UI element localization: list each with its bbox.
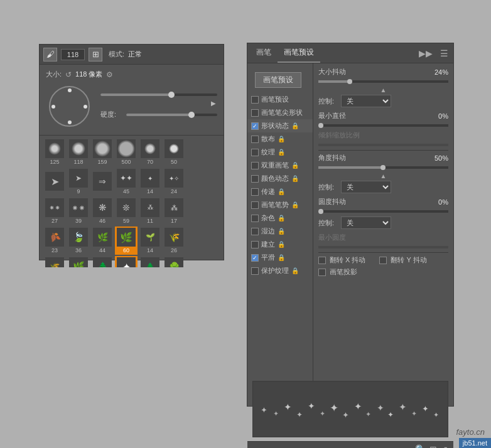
checkbox-transfer[interactable] [251,188,259,196]
bottom-arrow-icon[interactable]: ↗ [441,444,448,448]
flip-x-checkbox[interactable] [318,257,326,264]
list-item-tip-shape[interactable]: 画笔笔尖形状 [247,106,313,119]
brush-item[interactable]: ⁂ 11 [139,197,161,225]
refresh-icon[interactable]: ↺ [65,70,72,79]
preset-btn-wrap: 画笔预设 [247,66,313,93]
size-jitter-thumb[interactable] [347,79,352,84]
brush-item[interactable]: ⇒ [91,171,114,193]
checkbox-wet-edges[interactable] [251,228,259,235]
checkbox-preset[interactable] [251,96,259,104]
roundness-thumb[interactable] [318,209,323,214]
bottom-search-icon[interactable]: 🔍 [415,444,426,448]
brush-item[interactable]: ✦ 14 [139,168,161,196]
list-item-preset[interactable]: 画笔预设 [247,93,313,106]
brush-item[interactable]: ❋ 46 [91,197,114,225]
brush-item[interactable]: ⁕⁕ 39 [67,197,90,225]
brush-item[interactable]: ✦✦ 45 [115,168,138,196]
gear-icon[interactable]: ⚙ [106,70,113,79]
flip-y-checkbox[interactable] [379,257,387,264]
brush-item[interactable]: ⁂ 17 [163,197,185,225]
brush-thumb [117,139,136,158]
brush-thumb: ⁕⁕ [45,198,64,217]
brush-item[interactable]: 🌳 134 [163,256,185,267]
hardness-slider-thumb[interactable] [188,112,195,118]
tilt-scale-slider[interactable] [318,144,448,146]
control3-select[interactable]: 关 [341,216,391,229]
angle-jitter-slider[interactable] [318,166,448,169]
brush-options-icon[interactable]: ⊞ [89,48,102,61]
brush-item[interactable]: ➤ [43,171,66,193]
checkbox-texture[interactable] [251,149,259,156]
brush-tool-icon[interactable]: 🖌 [43,48,57,61]
checkbox-smooth[interactable] [251,254,259,262]
brush-item[interactable]: 🌾 26 [163,227,185,255]
size-slider-thumb[interactable] [168,92,175,98]
size-slider-track[interactable] [100,93,217,96]
preset-button[interactable]: 画笔预设 [255,72,301,88]
list-item-build-up[interactable]: 建立 🔒 [247,238,313,251]
brush-item[interactable]: 125 [43,138,66,166]
list-item-color-dynamics[interactable]: 颜色动态 🔒 [247,172,313,185]
brush-item[interactable]: 500 [115,138,138,166]
brush-item[interactable]: ✦✧ 24 [163,168,185,196]
min-roundness-slider[interactable] [318,246,448,248]
tab-brush[interactable]: 画笔 [250,43,278,63]
control3-row: 控制: 关 [318,216,448,229]
brush-num: 118 [73,159,83,165]
brush-item[interactable]: 🌿 42 [67,256,90,267]
brush-item[interactable]: 🌱 14 [139,227,161,255]
brush-projection-checkbox[interactable] [318,269,326,276]
tab-menu-icon[interactable]: ☰ [438,47,451,60]
angle-jitter-thumb[interactable] [380,165,386,170]
list-item-brush-pose[interactable]: 画笔笔势 🔒 [247,198,313,211]
brush-item[interactable]: 🍃 36 [67,227,90,255]
roundness-jitter-slider[interactable] [318,210,448,213]
brush-item[interactable]: 🌲 55 [91,256,114,267]
brush-item[interactable]: 70 [139,138,161,166]
tab-brush-preset[interactable]: 画笔预设 [278,43,320,63]
control1-select[interactable]: 关 [341,95,391,107]
checkbox-brush-pose[interactable] [251,201,259,209]
brush-item-selected[interactable]: 🌿 60 [115,227,138,255]
brush-item[interactable]: ➤ 9 [67,168,90,196]
brush-item[interactable]: 🍂 23 [43,227,66,255]
brush-item-selected[interactable]: ✦ 70 [115,256,138,267]
checkbox-protect-texture[interactable] [251,267,259,275]
checkbox-shape-dynamics[interactable] [251,122,259,130]
list-item-dual-brush[interactable]: 双重画笔 🔒 [247,159,313,172]
size-jitter-slider[interactable] [318,80,448,83]
list-item-smooth[interactable]: 平滑 🔒 [247,251,313,264]
checkbox-noise[interactable] [251,215,259,222]
brush-thumb: ✦✦ [117,169,136,188]
control2-select[interactable]: 关 [341,181,391,193]
brush-item[interactable]: ⁕⁕ 27 [43,197,66,225]
circle-dot-right [84,105,87,109]
min-diameter-thumb[interactable] [318,123,323,128]
tab-forward-icon[interactable]: ▶▶ [416,47,435,60]
brush-item[interactable]: 🌾 33 [43,256,66,267]
size-jitter-row: 大小抖动 24% [318,67,448,77]
list-item-scatter[interactable]: 散布 🔒 [247,132,313,146]
brush-item[interactable]: 50 [163,138,185,166]
brush-item[interactable]: 🌿 44 [91,227,114,255]
brush-shape: ✦✧ [169,175,179,182]
checkbox-dual-brush[interactable] [251,162,259,169]
list-item-noise[interactable]: 杂色 🔒 [247,211,313,225]
min-diameter-slider[interactable] [318,124,448,127]
list-item-wet-edges[interactable]: 湿边 🔒 [247,225,313,238]
checkbox-tip-shape[interactable] [251,109,259,117]
brush-item[interactable]: 🌲 112 [139,256,161,267]
hardness-slider-track[interactable] [126,114,217,116]
bottom-grid-icon[interactable]: ⊞ [429,444,437,448]
checkbox-color-dynamics[interactable] [251,175,259,183]
list-item-transfer[interactable]: 传递 🔒 [247,185,313,198]
list-item-texture[interactable]: 纹理 🔒 [247,146,313,159]
brush-item[interactable]: 159 [91,138,114,166]
checkbox-build-up[interactable] [251,241,259,248]
brush-item[interactable]: ❊ 59 [115,197,138,225]
list-item-protect-texture[interactable]: 保护纹理 🔒 [247,264,313,277]
checkbox-scatter[interactable] [251,136,259,143]
brush-preview-area: ✦ ✦ ✦ ✦ ✦ ✦ ✦ ✦ ✦ ✦ ✦ ✦ ✦ ✦ ✦ ✦ [252,381,448,437]
brush-item[interactable]: 118 [67,138,90,166]
list-item-shape-dynamics[interactable]: 形状动态 🔒 [247,119,313,132]
